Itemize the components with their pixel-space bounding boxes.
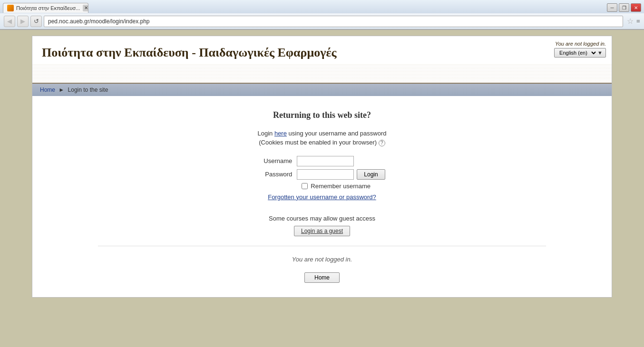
password-row: Password Login [259, 169, 385, 180]
tools-icon[interactable]: ≡ [636, 18, 640, 25]
header-background [32, 64, 612, 83]
login-subtext-text: Login [257, 130, 274, 137]
close-button[interactable]: ✕ [631, 3, 641, 12]
breadcrumb-bar: Home ► Login to the site [32, 84, 612, 96]
tab-favicon [7, 5, 14, 11]
forgot-link[interactable]: Forgotten your username or password? [268, 193, 376, 201]
remember-checkbox[interactable] [302, 183, 308, 189]
window-controls: ─ ❐ ✕ [607, 3, 641, 12]
username-label: Username [259, 157, 297, 164]
restore-button[interactable]: ❐ [619, 3, 629, 12]
login-here-link[interactable]: here [274, 130, 287, 137]
username-input[interactable] [297, 156, 354, 166]
breadcrumb-current: Login to the site [68, 87, 108, 93]
page-wrapper: Ποιότητα στην Εκπαίδευση - Παιδαγωγικές … [0, 30, 644, 303]
remember-label: Remember username [311, 183, 371, 190]
home-button[interactable]: Home [304, 272, 340, 283]
login-heading: Returning to this web site? [42, 110, 602, 120]
guest-section: Some courses may allow guest access Logi… [42, 215, 602, 236]
login-subtext2: (Cookies must be enabled in your browser… [42, 139, 602, 146]
forgot-link-wrap: Forgotten your username or password? [42, 193, 602, 201]
title-bar: Ποιότητα στην Εκπαίδευσ... ✕ ─ ❐ ✕ [0, 0, 644, 13]
breadcrumb-home-link[interactable]: Home [40, 87, 55, 93]
breadcrumb-separator: ► [59, 87, 64, 93]
help-icon[interactable]: ? [379, 140, 385, 146]
bookmark-star-icon[interactable]: ☆ [627, 17, 634, 26]
tab-title: Ποιότητα στην Εκπαίδευσ... [16, 5, 80, 11]
site-title: Ποιότητα στην Εκπαίδευση - Παιδαγωγικές … [42, 46, 602, 60]
minimize-button[interactable]: ─ [607, 3, 617, 12]
login-subtext1: Login here using your username and passw… [42, 130, 602, 137]
nav-bar: ◀ ▶ ↺ ☆ ≡ [0, 13, 644, 29]
not-logged-message: You are not logged in. [42, 256, 602, 263]
site-header: Ποιότητα στην Εκπαίδευση - Παιδαγωγικές … [32, 36, 612, 84]
remember-row: Remember username [302, 183, 385, 190]
address-bar[interactable] [44, 16, 623, 27]
username-row: Username [259, 156, 385, 166]
login-subtext-rest: using your username and password [287, 130, 387, 137]
home-button-wrap: Home [42, 272, 602, 283]
refresh-button[interactable]: ↺ [30, 16, 42, 27]
guest-login-button[interactable]: Login as a guest [294, 226, 350, 236]
content-area: Returning to this web site? Login here u… [32, 96, 612, 297]
tab-close-button[interactable]: ✕ [83, 5, 88, 11]
login-button[interactable]: Login [357, 169, 385, 180]
divider [98, 246, 546, 246]
guest-text: Some courses may allow guest access [42, 215, 602, 222]
forward-button[interactable]: ▶ [17, 16, 29, 27]
back-button[interactable]: ◀ [4, 16, 15, 27]
password-input[interactable] [297, 169, 354, 180]
browser-chrome: Ποιότητα στην Εκπαίδευσ... ✕ ─ ❐ ✕ ◀ ▶ ↺… [0, 0, 644, 30]
browser-tab[interactable]: Ποιότητα στην Εκπαίδευσ... ✕ [3, 3, 88, 13]
password-label: Password [259, 171, 297, 178]
login-form: Username Password Login Remember usernam… [259, 156, 385, 193]
site-container: Ποιότητα στην Εκπαίδευση - Παιδαγωγικές … [32, 36, 612, 298]
